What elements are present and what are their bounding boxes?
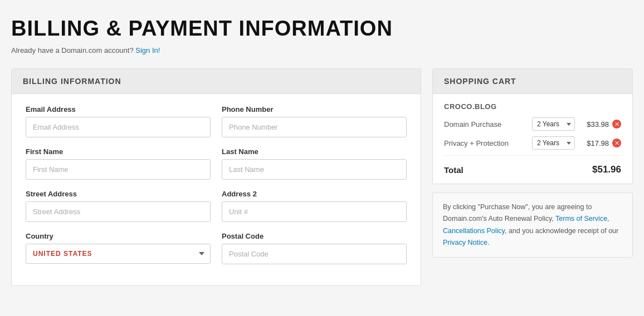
page-title: BILLING & PAYMENT INFORMATION	[11, 17, 633, 41]
country-label: Country	[26, 232, 211, 240]
main-layout: BILLING INFORMATION Email Address Phone …	[11, 68, 633, 286]
notice-text-end: .	[487, 239, 489, 246]
cancellations-policy-link[interactable]: Cancellations Policy	[443, 227, 505, 235]
cart-line-domain: Domain Purchase 1 Year 2 Years 3 Years 5…	[444, 117, 621, 131]
cart-item-label-domain: Domain Purchase	[444, 120, 532, 129]
cart-item-price-domain: $33.98	[578, 120, 609, 129]
terms-of-service-link[interactable]: Terms of Service	[555, 215, 607, 223]
street-group: Street Address	[26, 190, 211, 222]
cart-line-privacy: Privacy + Protection 1 Year 2 Years 3 Ye…	[444, 136, 621, 150]
country-group: Country UNITED STATES CANADA UNITED KING…	[26, 232, 211, 264]
privacy-notice-link[interactable]: Privacy Notice	[443, 239, 487, 246]
cart-panel: SHOPPING CART CROCO.BLOG Domain Purchase…	[432, 68, 633, 258]
phone-group: Phone Number	[222, 105, 407, 137]
phone-input[interactable]	[222, 117, 407, 137]
signin-prompt: Already have a Domain.com account? Sign …	[11, 46, 633, 55]
form-row-address: Street Address Address 2	[26, 190, 407, 222]
cart-box-body: CROCO.BLOG Domain Purchase 1 Year 2 Year…	[433, 94, 632, 184]
cart-divider	[444, 155, 621, 156]
cart-item-label-privacy: Privacy + Protection	[444, 139, 532, 147]
form-row-email-phone: Email Address Phone Number	[26, 105, 407, 137]
years-select-domain[interactable]: 1 Year 2 Years 3 Years 5 Years 10 Years	[532, 117, 575, 131]
street-label: Street Address	[26, 190, 211, 198]
billing-panel: BILLING INFORMATION Email Address Phone …	[11, 68, 421, 286]
cart-box-header: SHOPPING CART	[433, 69, 632, 94]
last-name-group: Last Name	[222, 147, 407, 180]
cart-line-controls-privacy: 1 Year 2 Years 3 Years 5 Years 10 Years …	[532, 136, 621, 150]
first-name-label: First Name	[26, 147, 211, 156]
last-name-label: Last Name	[222, 147, 407, 156]
street-input[interactable]	[26, 201, 211, 222]
cart-line-controls-domain: 1 Year 2 Years 3 Years 5 Years 10 Years …	[532, 117, 621, 131]
email-input[interactable]	[26, 117, 211, 137]
form-row-country-postal: Country UNITED STATES CANADA UNITED KING…	[26, 232, 407, 264]
postal-label: Postal Code	[222, 232, 407, 240]
notice-text-middle: ,	[607, 215, 609, 223]
cart-domain-name: CROCO.BLOG	[444, 102, 621, 111]
remove-domain-button[interactable]: ✕	[612, 120, 621, 129]
notice-box: By clicking "Purchase Now", you are agre…	[432, 192, 633, 258]
cart-title: SHOPPING CART	[444, 77, 621, 86]
country-select[interactable]: UNITED STATES CANADA UNITED KINGDOM AUST…	[26, 244, 211, 264]
address2-label: Address 2	[222, 190, 407, 198]
email-label: Email Address	[26, 105, 211, 113]
billing-panel-body: Email Address Phone Number First Name	[12, 94, 421, 285]
cart-total-price: $51.96	[592, 164, 621, 175]
signin-link[interactable]: Sign In!	[135, 46, 160, 55]
address2-group: Address 2	[222, 190, 407, 222]
billing-panel-header: BILLING INFORMATION	[12, 69, 421, 94]
notice-text-after: , and you acknowledge receipt of our	[505, 227, 618, 235]
remove-privacy-button[interactable]: ✕	[612, 139, 621, 147]
years-select-privacy[interactable]: 1 Year 2 Years 3 Years 5 Years 10 Years	[532, 136, 575, 150]
address2-input[interactable]	[222, 201, 407, 222]
cart-box: SHOPPING CART CROCO.BLOG Domain Purchase…	[432, 68, 633, 184]
cart-item-price-privacy: $17.98	[578, 139, 609, 147]
email-group: Email Address	[26, 105, 211, 137]
form-row-name: First Name Last Name	[26, 147, 407, 180]
postal-group: Postal Code	[222, 232, 407, 264]
first-name-group: First Name	[26, 147, 211, 180]
postal-input[interactable]	[222, 244, 407, 264]
phone-label: Phone Number	[222, 105, 407, 113]
billing-panel-title: BILLING INFORMATION	[23, 77, 409, 86]
last-name-input[interactable]	[222, 159, 407, 180]
cart-total-label: Total	[444, 165, 464, 175]
cart-total-row: Total $51.96	[444, 161, 621, 175]
first-name-input[interactable]	[26, 159, 211, 180]
